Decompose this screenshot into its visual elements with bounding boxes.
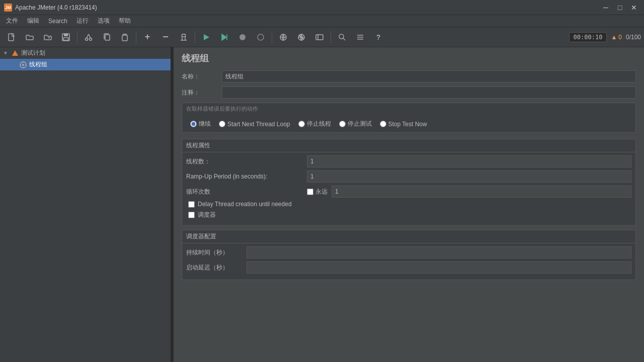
app-icon: JM — [4, 4, 12, 12]
duration-row: 持续时间（秒） — [186, 246, 631, 258]
minimize-button[interactable]: ─ — [600, 3, 612, 13]
menu-bar: 文件 编辑 Search 运行 选项 帮助 — [0, 15, 644, 27]
menu-search[interactable]: Search — [44, 17, 71, 26]
panel-title: 线程组 — [182, 52, 636, 64]
comment-row: 注释： — [182, 86, 636, 99]
scheduler-config-title: 调度器配置 — [182, 230, 635, 243]
delay-creation-row: Delay Thread creation until needed — [186, 201, 631, 208]
name-label: 名称： — [182, 72, 222, 81]
title-bar-controls: ─ □ ✕ — [600, 3, 640, 13]
title-bar: JM Apache JMeter (4.0 r1823414) ─ □ ✕ — [0, 0, 644, 15]
startup-delay-input[interactable] — [247, 261, 631, 274]
search-toolbar-button[interactable] — [334, 29, 351, 46]
app-title: Apache JMeter (4.0 r1823414) — [15, 4, 97, 11]
scheduler-checkbox[interactable] — [188, 212, 195, 218]
radio-start-next-loop-label: Start Next Thread Loop — [227, 121, 290, 128]
scheduler-config-section: 调度器配置 持续时间（秒） 启动延迟（秒） — [182, 230, 636, 280]
menu-file[interactable]: 文件 — [2, 16, 22, 26]
remote-exit-all-button[interactable] — [311, 29, 328, 46]
paste-button[interactable] — [116, 29, 133, 46]
svg-marker-12 — [222, 34, 226, 40]
action-section-title: 在取样器错误后要执行的动作 — [182, 103, 635, 113]
sidebar-item-thread-group[interactable]: 线程组 — [0, 59, 171, 70]
startup-delay-row: 启动延迟（秒） — [186, 261, 631, 274]
clear-button[interactable] — [175, 29, 192, 46]
start-no-pauses-button[interactable] — [216, 29, 233, 46]
delay-creation-checkbox[interactable] — [188, 201, 195, 208]
separator-5 — [331, 31, 331, 43]
comment-label: 注释： — [182, 88, 222, 97]
menu-run[interactable]: 运行 — [72, 16, 93, 26]
radio-stop-test-now[interactable]: Stop Test Now — [380, 121, 427, 128]
svg-point-4 — [86, 38, 88, 40]
name-row: 名称： — [182, 70, 636, 82]
separator-3 — [195, 31, 195, 43]
radio-continue-label: 继续 — [199, 120, 211, 128]
ramp-up-label: Ramp-Up Period (in seconds): — [186, 173, 307, 180]
remote-stop-all-button[interactable] — [293, 29, 310, 46]
action-radio-group: 继续 Start Next Thread Loop 停止线程 停止测试 Stop… — [182, 116, 635, 132]
ramp-up-input[interactable] — [307, 170, 631, 183]
svg-point-30 — [22, 64, 24, 66]
list-toolbar-button[interactable] — [352, 29, 369, 46]
remote-start-all-button[interactable] — [275, 29, 292, 46]
save-button[interactable] — [57, 29, 74, 46]
svg-point-5 — [90, 38, 92, 40]
name-input[interactable] — [222, 70, 636, 82]
radio-continue[interactable]: 继续 — [190, 120, 211, 128]
maximize-button[interactable]: □ — [614, 3, 626, 13]
open-button[interactable] — [21, 29, 38, 46]
scheduler-checkbox-row: 调度器 — [186, 211, 631, 219]
menu-help[interactable]: 帮助 — [115, 16, 135, 26]
startup-delay-label: 启动延迟（秒） — [186, 263, 247, 272]
help-toolbar-button[interactable]: ? — [370, 29, 387, 46]
start-button[interactable] — [198, 29, 215, 46]
loop-count-input[interactable] — [332, 186, 631, 198]
duration-input[interactable] — [247, 246, 631, 258]
forever-checkbox[interactable] — [307, 189, 313, 195]
forever-checkbox-label[interactable]: 永远 — [307, 188, 328, 196]
svg-line-6 — [87, 34, 89, 38]
open-recent-button[interactable] — [39, 29, 56, 46]
action-on-error-section: 在取样器错误后要执行的动作 继续 Start Next Thread Loop … — [182, 103, 636, 133]
forever-label: 永远 — [315, 188, 328, 196]
thread-count-row: 线程数： — [186, 155, 631, 167]
radio-stop-thread-label: 停止线程 — [307, 120, 331, 128]
menu-edit[interactable]: 编辑 — [23, 16, 43, 26]
toolbar: + − — [0, 27, 644, 47]
new-button[interactable] — [3, 29, 20, 46]
svg-marker-28 — [12, 50, 18, 56]
radio-stop-test-label: 停止测试 — [348, 120, 372, 128]
close-button[interactable]: ✕ — [628, 3, 640, 13]
scheduler-config-content: 持续时间（秒） 启动延迟（秒） — [182, 243, 635, 280]
svg-rect-9 — [122, 35, 127, 41]
add-button[interactable]: + — [139, 29, 156, 46]
thread-count-label: 线程数： — [186, 157, 307, 166]
thread-count-input[interactable] — [307, 155, 631, 167]
thread-group-icon — [19, 61, 27, 69]
comment-input[interactable] — [222, 86, 636, 99]
svg-point-15 — [258, 34, 264, 40]
radio-start-next-loop[interactable]: Start Next Thread Loop — [219, 121, 290, 128]
svg-rect-0 — [9, 34, 14, 41]
menu-options[interactable]: 选项 — [94, 16, 114, 26]
warning-count: 0 — [618, 34, 622, 41]
svg-rect-21 — [316, 35, 323, 40]
svg-point-14 — [239, 34, 246, 40]
thread-properties-section: 线程属性 线程数： Ramp-Up Period (in seconds): 循… — [182, 139, 636, 226]
cut-button[interactable] — [80, 29, 97, 46]
counter-label: 0/100 — [626, 34, 641, 41]
separator-2 — [136, 31, 136, 43]
shutdown-button[interactable] — [252, 29, 269, 46]
copy-button[interactable] — [98, 29, 115, 46]
stop-button[interactable] — [234, 29, 251, 46]
loop-count-row: 循环次数 永远 — [186, 186, 631, 198]
sidebar-item-test-plan[interactable]: ▼ 测试计划 — [0, 47, 171, 59]
remove-button[interactable]: − — [157, 29, 174, 46]
tree-expand-icon: ▼ — [3, 50, 9, 56]
radio-stop-thread[interactable]: 停止线程 — [298, 120, 331, 128]
separator-4 — [272, 31, 272, 43]
title-bar-left: JM Apache JMeter (4.0 r1823414) — [4, 4, 97, 12]
radio-stop-test[interactable]: 停止测试 — [339, 120, 372, 128]
delay-creation-label: Delay Thread creation until needed — [198, 201, 292, 208]
